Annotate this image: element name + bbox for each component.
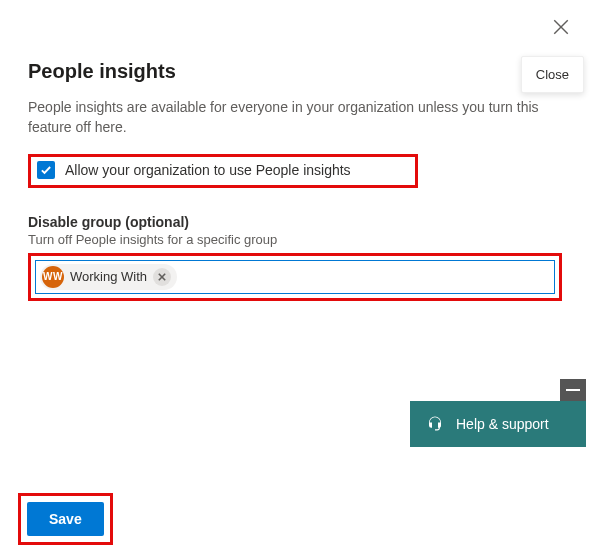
help-minimize-button[interactable] [560, 379, 586, 401]
checkmark-icon [40, 164, 52, 176]
group-chip: WW Working With [40, 264, 177, 290]
page-description: People insights are available for everyo… [28, 97, 548, 138]
disable-group-sublabel: Turn off People insights for a specific … [28, 232, 566, 247]
disable-group-text-field[interactable] [183, 268, 550, 285]
allow-insights-checkbox[interactable] [37, 161, 55, 179]
group-chip-remove-button[interactable] [153, 268, 171, 286]
help-support-label: Help & support [456, 416, 549, 432]
headset-icon [426, 415, 444, 433]
allow-insights-label: Allow your organization to use People in… [65, 162, 351, 178]
disable-group-input[interactable]: WW Working With [35, 260, 555, 294]
page-title: People insights [28, 60, 566, 83]
close-icon [552, 18, 570, 36]
disable-group-label: Disable group (optional) [28, 214, 566, 230]
help-support-button[interactable]: Help & support [410, 401, 586, 447]
allow-insights-row: Allow your organization to use People in… [28, 154, 418, 188]
close-button[interactable] [552, 18, 570, 36]
remove-icon [158, 273, 166, 281]
close-tooltip: Close [521, 56, 584, 93]
people-insights-panel: Close People insights People insights ar… [0, 0, 594, 555]
save-highlight: Save [18, 493, 113, 545]
group-avatar: WW [42, 266, 64, 288]
minimize-icon [566, 389, 580, 392]
panel-footer: Save [18, 493, 113, 545]
disable-group-highlight: WW Working With [28, 253, 562, 301]
save-button[interactable]: Save [27, 502, 104, 536]
group-chip-label: Working With [70, 269, 147, 284]
